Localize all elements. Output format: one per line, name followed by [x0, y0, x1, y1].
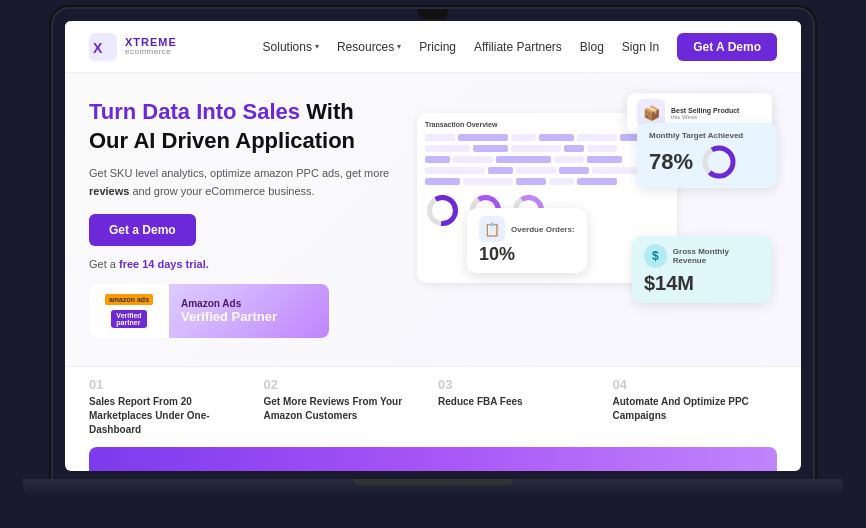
amazon-ads-logo: amazon ads [105, 294, 153, 305]
nav-affiliate[interactable]: Affiliate Partners [474, 40, 562, 54]
nav-solutions[interactable]: Solutions ▾ [263, 40, 319, 54]
nav-blog[interactable]: Blog [580, 40, 604, 54]
verified-badge: Verifiedpartner [111, 310, 146, 328]
get-demo-button[interactable]: Get a Demo [89, 214, 196, 246]
chevron-down-icon: ▾ [315, 42, 319, 51]
nav-signin[interactable]: Sign In [622, 40, 659, 54]
partner-badge: amazon ads Verifiedpartner Amazon Ads Ve… [89, 284, 329, 338]
feature-2-num: 02 [264, 377, 429, 392]
hero-description: Get SKU level analytics, optimize amazon… [89, 165, 397, 200]
feature-4: 04 Automate And Optimize PPC Campaigns [613, 377, 778, 437]
feature-2: 02 Get More Reviews From Your Amazon Cus… [264, 377, 429, 437]
logo-sub: ecommerce [125, 48, 177, 57]
features-section: 01 Sales Report From 20 Marketplaces Und… [65, 366, 801, 447]
dashboard-mockup: Transaction Overview [417, 93, 777, 313]
partner-subtitle: Verified Partner [181, 309, 277, 324]
feature-3-title: Reduce FBA Fees [438, 395, 603, 409]
partner-badge-text: Amazon Ads Verified Partner [169, 290, 289, 332]
best-sell-text: Best Selling Product this Week [671, 107, 739, 120]
navbar: X XTREME ecommerce Solutions ▾ [65, 21, 801, 73]
monthly-target-card: Monthly Target Achieved 78% [637, 123, 777, 188]
feature-1-title: Sales Report From 20 Marketplaces Under … [89, 395, 254, 437]
feature-3: 03 Reduce FBA Fees [438, 377, 603, 437]
nav-cta-button[interactable]: Get A Demo [677, 33, 777, 61]
best-selling-label: Best Selling Product [671, 107, 739, 114]
laptop-base [23, 479, 843, 497]
nav-resources[interactable]: Resources ▾ [337, 40, 401, 54]
feature-1-num: 01 [89, 377, 254, 392]
gross-revenue-card: $ Gross Monthly Revenue $14M [632, 236, 772, 303]
best-selling-sub: this Week [671, 114, 739, 120]
overdue-value: 10% [479, 244, 575, 265]
logo-icon: X [89, 33, 117, 61]
hero-section: Turn Data Into Sales WithOur AI Driven A… [65, 73, 801, 366]
gross-value: $14M [644, 272, 760, 295]
hero-title-highlight: Turn Data Into Sales [89, 99, 300, 124]
partner-title: Amazon Ads [181, 298, 277, 309]
dashboard-rows [425, 134, 669, 185]
gross-label: Gross Monthly Revenue [673, 247, 760, 265]
feature-1: 01 Sales Report From 20 Marketplaces Und… [89, 377, 254, 437]
free-trial-text: Get a free 14 days trial. [89, 258, 397, 270]
monthly-target-donut [701, 144, 737, 180]
nav-pricing[interactable]: Pricing [419, 40, 456, 54]
gross-icon: $ [644, 244, 667, 268]
laptop-shell: X XTREME ecommerce Solutions ▾ [23, 9, 843, 519]
hero-right: Transaction Overview [417, 93, 777, 356]
feature-4-title: Automate And Optimize PPC Campaigns [613, 395, 778, 423]
nav-links: Solutions ▾ Resources ▾ Pricing Affiliat… [263, 33, 777, 61]
laptop-notch [418, 9, 448, 19]
hero-title: Turn Data Into Sales WithOur AI Driven A… [89, 98, 397, 155]
feature-4-num: 04 [613, 377, 778, 392]
donut-chart-1 [425, 193, 460, 228]
website: X XTREME ecommerce Solutions ▾ [65, 21, 801, 471]
free-trial-link[interactable]: free 14 days trial. [119, 258, 209, 270]
overdue-orders-card: 📋 Overdue Orders: 10% [467, 208, 587, 273]
feature-2-title: Get More Reviews From Your Amazon Custom… [264, 395, 429, 423]
hero-left: Turn Data Into Sales WithOur AI Driven A… [89, 93, 397, 356]
logo-text: XTREME ecommerce [125, 36, 177, 57]
feature-3-num: 03 [438, 377, 603, 392]
overdue-icon: 📋 [479, 216, 505, 242]
logo: X XTREME ecommerce [89, 33, 177, 61]
monthly-target-label: Monthly Target Achieved [649, 131, 765, 140]
bottom-cta-bar [89, 447, 777, 471]
partner-badge-logo: amazon ads Verifiedpartner [89, 284, 169, 338]
svg-text:X: X [93, 40, 103, 56]
overdue-label: Overdue Orders: [511, 225, 575, 234]
chevron-down-icon: ▾ [397, 42, 401, 51]
laptop-screen-outer: X XTREME ecommerce Solutions ▾ [53, 9, 813, 479]
monthly-target-value: 78% [649, 149, 693, 175]
laptop-screen-inner: X XTREME ecommerce Solutions ▾ [65, 21, 801, 471]
